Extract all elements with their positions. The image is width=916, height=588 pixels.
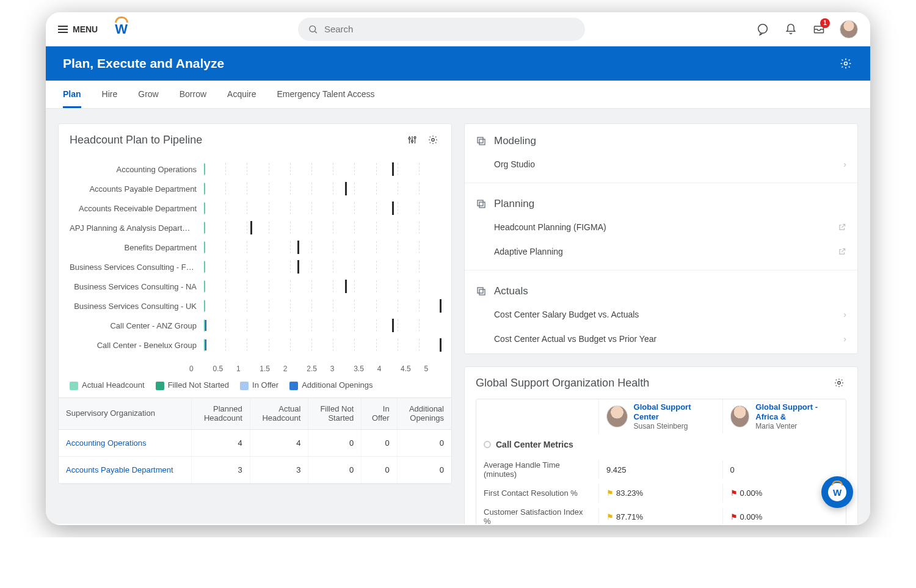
gear-icon[interactable] (832, 376, 846, 390)
metric-row: First Contact Resolution %⚑83.23%⚑0.00% (476, 484, 846, 503)
headcount-table: Supervisory OrganizationPlannedHeadcount… (59, 398, 451, 484)
headcount-chart: Accounting OperationsAccounts Payable De… (59, 156, 451, 361)
links-card: ModelingOrg Studio› PlanningHeadcount Pl… (464, 123, 858, 354)
tab-borrow[interactable]: Borrow (180, 81, 206, 108)
link-adaptive-planning[interactable]: Adaptive Planning (465, 239, 857, 264)
chevron-right-icon: › (843, 310, 846, 319)
svg-rect-15 (479, 202, 485, 208)
tab-emergency-talent-access[interactable]: Emergency Talent Access (277, 81, 375, 108)
chart-category-label: Call Center - Benelux Group (70, 341, 204, 350)
page-title: Plan, Execute and Analyze (63, 56, 224, 71)
health-column-header[interactable]: Global Support CenterSusan Steinberg (598, 399, 722, 434)
svg-point-10 (414, 137, 416, 139)
svg-point-0 (310, 26, 316, 32)
svg-point-18 (838, 382, 841, 385)
topbar: MENU W 1 (46, 12, 870, 46)
chart-category-label: Accounts Payable Department (70, 184, 204, 194)
chart-category-label: Business Services Consulting - NA (70, 282, 204, 291)
svg-rect-16 (478, 288, 483, 293)
external-link-icon (838, 223, 846, 231)
headcount-title: Headcount Plan to Pipeline (70, 134, 202, 147)
tab-grow[interactable]: Grow (138, 81, 158, 108)
svg-rect-12 (478, 137, 483, 143)
svg-rect-13 (479, 139, 485, 145)
page-banner: Plan, Execute and Analyze (46, 46, 870, 81)
flag-icon: ⚑ (730, 488, 738, 498)
chevron-right-icon: › (843, 159, 846, 169)
org-link[interactable]: Accounts Payable Department (66, 465, 173, 474)
chart-legend: Actual HeadcountFilled Not StartedIn Off… (59, 373, 451, 397)
legend-item: Filled Not Started (156, 380, 229, 390)
inbox-badge: 1 (820, 18, 830, 28)
logo[interactable]: W (115, 21, 128, 37)
svg-point-4 (845, 62, 848, 65)
chart-category-label: Accounting Operations (70, 165, 204, 174)
legend-item: In Offer (240, 380, 278, 390)
bell-icon[interactable] (783, 22, 798, 37)
health-column-header[interactable]: Global Support - Africa &Maria Venter (722, 399, 846, 434)
avatar[interactable] (840, 20, 858, 38)
svg-point-2 (758, 24, 768, 33)
chart-category-label: Business Services Consulting - FRA (70, 263, 204, 272)
avatar (606, 405, 628, 427)
menu-label: MENU (73, 24, 98, 34)
workday-logo-icon: W (115, 21, 128, 37)
flag-icon: ⚑ (606, 512, 614, 521)
metric-row: Average Handle Time (minutes)9.4250 (476, 456, 846, 484)
gear-icon[interactable] (426, 132, 440, 147)
inbox-icon[interactable]: 1 (812, 22, 826, 37)
svg-point-8 (412, 140, 413, 142)
link-cost-center-salary-budget-vs-actuals[interactable]: Cost Center Salary Budget vs. Actuals› (465, 302, 857, 327)
legend-item: Actual Headcount (70, 380, 145, 390)
chart-category-label: Call Center - ANZ Group (70, 321, 204, 330)
chart-category-label: Accounts Receivable Department (70, 204, 204, 213)
external-link-icon (838, 247, 846, 256)
avatar (730, 405, 750, 427)
gear-icon[interactable] (838, 56, 853, 71)
tab-acquire[interactable]: Acquire (227, 81, 256, 108)
link-org-studio[interactable]: Org Studio› (465, 152, 857, 176)
chevron-right-icon: › (843, 334, 846, 344)
chat-icon[interactable] (755, 22, 770, 37)
section-actuals: Actuals (465, 277, 857, 302)
workday-chat-icon: W (828, 483, 846, 501)
link-headcount-planning-figma-[interactable]: Headcount Planning (FIGMA) (465, 215, 857, 239)
table-row: Accounting Operations44000 (59, 429, 451, 456)
health-title: Global Support Organization Health (476, 377, 649, 390)
chart-category-label: Business Services Consulting - UK (70, 302, 204, 311)
menu-button[interactable]: MENU (58, 24, 98, 34)
svg-rect-14 (478, 200, 483, 206)
hamburger-icon (58, 26, 68, 33)
assistant-fab[interactable]: W (821, 476, 853, 508)
search-box[interactable] (298, 18, 585, 41)
health-card: Global Support Organization Health Globa… (464, 366, 858, 524)
headcount-card: Headcount Plan to Pipeline Accounting Op… (58, 123, 452, 484)
chart-category-label: Benefits Department (70, 243, 204, 252)
flag-icon: ⚑ (606, 488, 614, 498)
svg-line-1 (315, 31, 317, 33)
section-modeling: Modeling (465, 126, 857, 152)
tab-hire[interactable]: Hire (102, 81, 118, 108)
collapse-icon[interactable] (484, 441, 491, 448)
svg-point-11 (432, 139, 435, 142)
link-cost-center-actual-vs-budget-vs-prior-year[interactable]: Cost Center Actual vs Budget vs Prior Ye… (465, 327, 857, 351)
tabs: PlanHireGrowBorrowAcquireEmergency Talen… (46, 81, 870, 109)
svg-point-6 (409, 137, 410, 139)
tab-plan[interactable]: Plan (63, 81, 81, 108)
table-row: Accounts Payable Department33000 (59, 456, 451, 483)
legend-item: Additional Openings (289, 380, 373, 390)
metric-row: Customer Satisfaction Index %⚑87.71%⚑0.0… (476, 503, 846, 524)
health-section-label: Call Center Metrics (476, 434, 846, 456)
windows-icon (476, 198, 487, 209)
flag-icon: ⚑ (730, 512, 738, 521)
chart-category-label: APJ Planning & Analysis Department (70, 223, 204, 233)
windows-icon (476, 286, 487, 297)
search-icon (308, 24, 318, 35)
org-link[interactable]: Accounting Operations (66, 438, 147, 448)
sliders-icon[interactable] (405, 132, 420, 147)
section-planning: Planning (465, 189, 857, 215)
svg-rect-17 (479, 289, 485, 295)
search-input[interactable] (324, 24, 575, 34)
windows-icon (476, 136, 487, 147)
